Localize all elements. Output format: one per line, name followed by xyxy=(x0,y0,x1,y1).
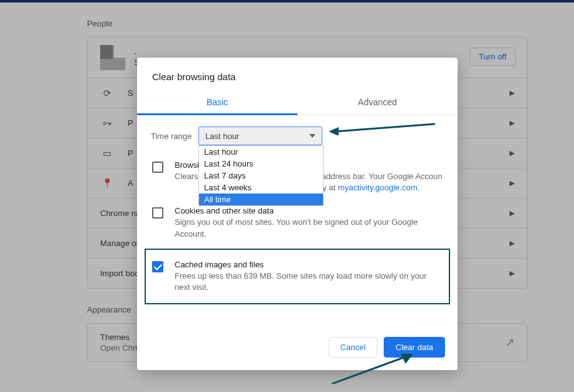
chevron-down-icon xyxy=(309,134,315,138)
myactivity-link[interactable]: myactivity.google.com xyxy=(338,183,418,192)
option-last-7-days[interactable]: Last 7 days xyxy=(199,170,323,182)
cached-title: Cached images and files xyxy=(175,260,444,269)
checkbox-browsing-history[interactable] xyxy=(152,162,163,173)
option-last-24-hours[interactable]: Last 24 hours xyxy=(199,158,323,170)
time-range-dropdown: Last hour Last 24 hours Last 7 days Last… xyxy=(198,145,324,206)
time-range-value: Last hour xyxy=(205,132,239,141)
dialog-tabs: Basic Advanced xyxy=(137,91,458,115)
clear-data-button[interactable]: Clear data xyxy=(384,337,445,358)
dialog-title: Clear browsing data xyxy=(137,58,458,91)
clear-browsing-data-dialog: Clear browsing data Basic Advanced Time … xyxy=(137,58,458,370)
option-last-hour[interactable]: Last hour xyxy=(199,146,323,158)
item-cached: Cached images and files Frees up less th… xyxy=(145,249,450,304)
cookies-title: Cookies and other site data xyxy=(175,206,444,215)
option-all-time[interactable]: All time xyxy=(199,193,323,205)
time-range-select[interactable]: Last hour Last hour Last 24 hours Last 7… xyxy=(198,126,322,145)
cookies-subtitle: Signs you out of most sites. You won't b… xyxy=(175,217,444,239)
time-range-label: Time range xyxy=(148,132,198,141)
item-cookies: Cookies and other site data Signs you ou… xyxy=(148,202,446,248)
tab-advanced[interactable]: Advanced xyxy=(297,91,458,115)
option-last-4-weeks[interactable]: Last 4 weeks xyxy=(199,182,323,193)
checkbox-cached[interactable] xyxy=(152,261,163,272)
tab-basic[interactable]: Basic xyxy=(137,91,297,115)
cancel-button[interactable]: Cancel xyxy=(329,337,377,358)
checkbox-cookies[interactable] xyxy=(152,207,163,219)
cached-subtitle: Frees up less than 639 MB. Some sites ma… xyxy=(175,271,444,293)
